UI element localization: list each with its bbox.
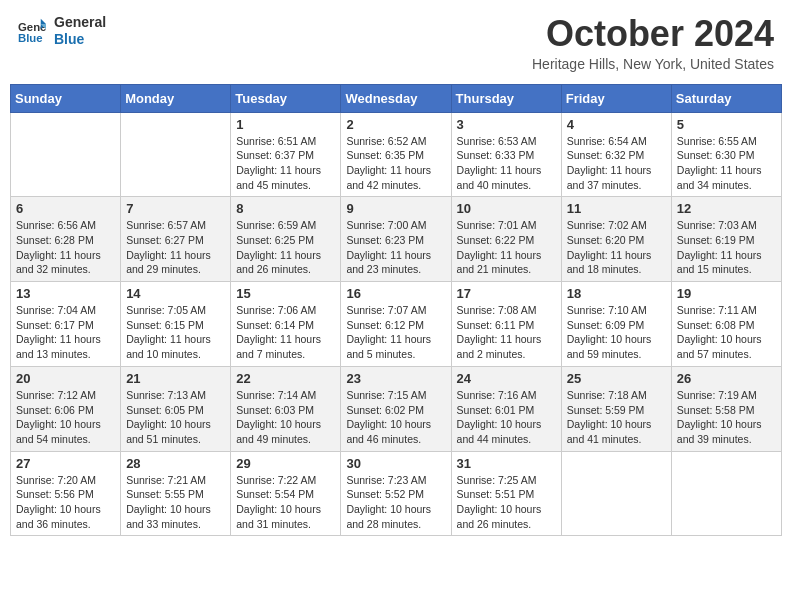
day-number: 4 [567, 117, 666, 132]
day-number: 13 [16, 286, 115, 301]
day-info: Sunrise: 7:19 AMSunset: 5:58 PMDaylight:… [677, 388, 776, 447]
day-number: 16 [346, 286, 445, 301]
day-number: 1 [236, 117, 335, 132]
day-number: 30 [346, 456, 445, 471]
logo-line2: Blue [54, 31, 106, 48]
day-info: Sunrise: 7:18 AMSunset: 5:59 PMDaylight:… [567, 388, 666, 447]
day-number: 11 [567, 201, 666, 216]
day-info: Sunrise: 6:54 AMSunset: 6:32 PMDaylight:… [567, 134, 666, 193]
calendar-cell [561, 451, 671, 536]
logo-icon: General Blue [18, 17, 46, 45]
day-info: Sunrise: 7:12 AMSunset: 6:06 PMDaylight:… [16, 388, 115, 447]
calendar-cell: 21Sunrise: 7:13 AMSunset: 6:05 PMDayligh… [121, 366, 231, 451]
day-number: 21 [126, 371, 225, 386]
day-number: 25 [567, 371, 666, 386]
calendar-cell: 14Sunrise: 7:05 AMSunset: 6:15 PMDayligh… [121, 282, 231, 367]
day-header-sunday: Sunday [11, 84, 121, 112]
day-info: Sunrise: 7:05 AMSunset: 6:15 PMDaylight:… [126, 303, 225, 362]
calendar-cell: 28Sunrise: 7:21 AMSunset: 5:55 PMDayligh… [121, 451, 231, 536]
calendar-cell: 15Sunrise: 7:06 AMSunset: 6:14 PMDayligh… [231, 282, 341, 367]
calendar-cell [671, 451, 781, 536]
calendar-cell: 25Sunrise: 7:18 AMSunset: 5:59 PMDayligh… [561, 366, 671, 451]
day-info: Sunrise: 6:51 AMSunset: 6:37 PMDaylight:… [236, 134, 335, 193]
day-header-saturday: Saturday [671, 84, 781, 112]
day-number: 7 [126, 201, 225, 216]
day-info: Sunrise: 7:00 AMSunset: 6:23 PMDaylight:… [346, 218, 445, 277]
day-number: 22 [236, 371, 335, 386]
calendar-cell: 12Sunrise: 7:03 AMSunset: 6:19 PMDayligh… [671, 197, 781, 282]
calendar-cell [11, 112, 121, 197]
calendar-cell [121, 112, 231, 197]
day-info: Sunrise: 7:10 AMSunset: 6:09 PMDaylight:… [567, 303, 666, 362]
day-info: Sunrise: 7:11 AMSunset: 6:08 PMDaylight:… [677, 303, 776, 362]
day-info: Sunrise: 7:01 AMSunset: 6:22 PMDaylight:… [457, 218, 556, 277]
day-info: Sunrise: 6:57 AMSunset: 6:27 PMDaylight:… [126, 218, 225, 277]
calendar-cell: 10Sunrise: 7:01 AMSunset: 6:22 PMDayligh… [451, 197, 561, 282]
day-number: 17 [457, 286, 556, 301]
day-number: 2 [346, 117, 445, 132]
day-info: Sunrise: 7:06 AMSunset: 6:14 PMDaylight:… [236, 303, 335, 362]
day-number: 29 [236, 456, 335, 471]
day-number: 27 [16, 456, 115, 471]
day-info: Sunrise: 7:23 AMSunset: 5:52 PMDaylight:… [346, 473, 445, 532]
day-info: Sunrise: 7:07 AMSunset: 6:12 PMDaylight:… [346, 303, 445, 362]
day-info: Sunrise: 6:53 AMSunset: 6:33 PMDaylight:… [457, 134, 556, 193]
calendar-cell: 4Sunrise: 6:54 AMSunset: 6:32 PMDaylight… [561, 112, 671, 197]
day-number: 28 [126, 456, 225, 471]
calendar-cell: 13Sunrise: 7:04 AMSunset: 6:17 PMDayligh… [11, 282, 121, 367]
calendar-week-row: 13Sunrise: 7:04 AMSunset: 6:17 PMDayligh… [11, 282, 782, 367]
day-number: 12 [677, 201, 776, 216]
day-info: Sunrise: 6:59 AMSunset: 6:25 PMDaylight:… [236, 218, 335, 277]
calendar-cell: 30Sunrise: 7:23 AMSunset: 5:52 PMDayligh… [341, 451, 451, 536]
title-block: October 2024 Heritage Hills, New York, U… [532, 14, 774, 72]
calendar-cell: 9Sunrise: 7:00 AMSunset: 6:23 PMDaylight… [341, 197, 451, 282]
calendar-week-row: 1Sunrise: 6:51 AMSunset: 6:37 PMDaylight… [11, 112, 782, 197]
day-info: Sunrise: 7:03 AMSunset: 6:19 PMDaylight:… [677, 218, 776, 277]
day-header-thursday: Thursday [451, 84, 561, 112]
day-number: 31 [457, 456, 556, 471]
day-number: 20 [16, 371, 115, 386]
day-info: Sunrise: 7:25 AMSunset: 5:51 PMDaylight:… [457, 473, 556, 532]
day-number: 3 [457, 117, 556, 132]
day-number: 26 [677, 371, 776, 386]
calendar-cell: 7Sunrise: 6:57 AMSunset: 6:27 PMDaylight… [121, 197, 231, 282]
day-info: Sunrise: 7:22 AMSunset: 5:54 PMDaylight:… [236, 473, 335, 532]
day-number: 9 [346, 201, 445, 216]
calendar-cell: 5Sunrise: 6:55 AMSunset: 6:30 PMDaylight… [671, 112, 781, 197]
calendar-cell: 19Sunrise: 7:11 AMSunset: 6:08 PMDayligh… [671, 282, 781, 367]
day-info: Sunrise: 7:04 AMSunset: 6:17 PMDaylight:… [16, 303, 115, 362]
day-info: Sunrise: 7:15 AMSunset: 6:02 PMDaylight:… [346, 388, 445, 447]
day-info: Sunrise: 7:08 AMSunset: 6:11 PMDaylight:… [457, 303, 556, 362]
calendar-cell: 16Sunrise: 7:07 AMSunset: 6:12 PMDayligh… [341, 282, 451, 367]
day-header-tuesday: Tuesday [231, 84, 341, 112]
calendar-cell: 27Sunrise: 7:20 AMSunset: 5:56 PMDayligh… [11, 451, 121, 536]
calendar-cell: 20Sunrise: 7:12 AMSunset: 6:06 PMDayligh… [11, 366, 121, 451]
calendar-cell: 26Sunrise: 7:19 AMSunset: 5:58 PMDayligh… [671, 366, 781, 451]
calendar-cell: 17Sunrise: 7:08 AMSunset: 6:11 PMDayligh… [451, 282, 561, 367]
day-number: 14 [126, 286, 225, 301]
day-info: Sunrise: 6:52 AMSunset: 6:35 PMDaylight:… [346, 134, 445, 193]
day-info: Sunrise: 7:21 AMSunset: 5:55 PMDaylight:… [126, 473, 225, 532]
day-number: 8 [236, 201, 335, 216]
calendar-cell: 1Sunrise: 6:51 AMSunset: 6:37 PMDaylight… [231, 112, 341, 197]
day-info: Sunrise: 7:13 AMSunset: 6:05 PMDaylight:… [126, 388, 225, 447]
calendar-table: SundayMondayTuesdayWednesdayThursdayFrid… [10, 84, 782, 537]
day-number: 15 [236, 286, 335, 301]
page-header: General Blue General Blue October 2024 H… [10, 10, 782, 76]
calendar-week-row: 20Sunrise: 7:12 AMSunset: 6:06 PMDayligh… [11, 366, 782, 451]
logo: General Blue General Blue [18, 14, 106, 48]
day-number: 10 [457, 201, 556, 216]
month-title: October 2024 [532, 14, 774, 54]
calendar-cell: 2Sunrise: 6:52 AMSunset: 6:35 PMDaylight… [341, 112, 451, 197]
day-number: 19 [677, 286, 776, 301]
calendar-cell: 29Sunrise: 7:22 AMSunset: 5:54 PMDayligh… [231, 451, 341, 536]
calendar-cell: 31Sunrise: 7:25 AMSunset: 5:51 PMDayligh… [451, 451, 561, 536]
calendar-cell: 22Sunrise: 7:14 AMSunset: 6:03 PMDayligh… [231, 366, 341, 451]
calendar-cell: 24Sunrise: 7:16 AMSunset: 6:01 PMDayligh… [451, 366, 561, 451]
calendar-cell: 23Sunrise: 7:15 AMSunset: 6:02 PMDayligh… [341, 366, 451, 451]
calendar-week-row: 6Sunrise: 6:56 AMSunset: 6:28 PMDaylight… [11, 197, 782, 282]
calendar-cell: 8Sunrise: 6:59 AMSunset: 6:25 PMDaylight… [231, 197, 341, 282]
calendar-body: 1Sunrise: 6:51 AMSunset: 6:37 PMDaylight… [11, 112, 782, 536]
day-header-friday: Friday [561, 84, 671, 112]
day-info: Sunrise: 6:55 AMSunset: 6:30 PMDaylight:… [677, 134, 776, 193]
